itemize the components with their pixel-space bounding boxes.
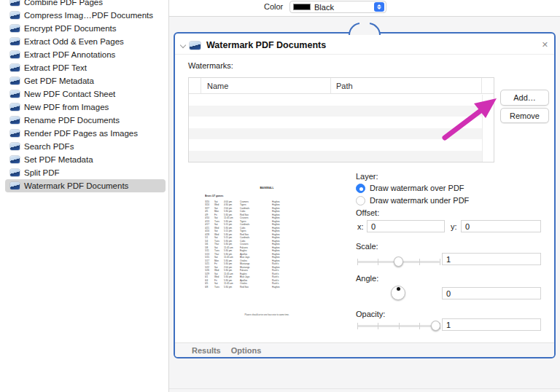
angle-label: Angle:: [356, 274, 378, 283]
sidebar-item-label: Rename PDF Documents: [24, 116, 120, 125]
action-header[interactable]: Watermark PDF Documents ✕: [175, 38, 554, 52]
preview-subtitle: Bears U7 games: [205, 195, 338, 197]
pdf-action-icon: [10, 51, 20, 58]
sidebar-item-watermark-pdf-documents[interactable]: Watermark PDF Documents: [5, 179, 166, 192]
sidebar-item-combine-pdf-pages[interactable]: Combine PDF Pages: [5, 0, 166, 9]
table-header-scroll: [482, 78, 494, 93]
sidebar-item-label: New PDF from Images: [24, 103, 109, 111]
pdf-action-icon: [10, 38, 20, 45]
table-header: Name Path: [189, 78, 494, 94]
table-row[interactable]: [189, 139, 494, 151]
radio-unselected-icon[interactable]: [356, 196, 365, 205]
sidebar-item-label: Set PDF Metadata: [24, 155, 93, 164]
angle-dial[interactable]: [391, 286, 405, 300]
sidebar-item-encrypt-pdf-documents[interactable]: Encrypt PDF Documents: [5, 22, 166, 35]
table-row[interactable]: [189, 94, 494, 106]
pdf-action-icon: [10, 25, 20, 32]
pdf-action-icon: [10, 156, 20, 163]
scale-label: Scale:: [356, 242, 378, 251]
chevron-down-icon[interactable]: [180, 42, 186, 48]
sidebar-item-extract-pdf-annotations[interactable]: Extract PDF Annotations: [5, 48, 166, 61]
sidebar-item-extract-odd-even-pages[interactable]: Extract Odd & Even Pages: [5, 35, 166, 48]
pdf-action-icon: [190, 42, 201, 50]
color-popup-button[interactable]: Black: [289, 1, 386, 13]
table-row[interactable]: [189, 106, 494, 117]
action-connector-notch: [349, 23, 381, 35]
results-toggle[interactable]: Results: [192, 346, 221, 355]
watermark-action-panel: Watermark PDF Documents ✕ Watermarks: Na…: [174, 32, 556, 358]
color-popup-value: Black: [314, 3, 374, 12]
sidebar-item-label: Render PDF Pages as Images: [24, 129, 138, 138]
offset-x-label: x:: [357, 222, 364, 231]
sidebar-item-new-pdf-contact-sheet[interactable]: New PDF Contact Sheet: [5, 87, 166, 101]
offset-x-field[interactable]: 0: [367, 220, 445, 232]
sidebar-item-extract-pdf-text[interactable]: Extract PDF Text: [5, 61, 166, 74]
table-header-path[interactable]: Path: [331, 78, 482, 93]
preview-footnote: Players should arrive one hour prior to …: [195, 313, 338, 315]
table-scrollbar-track[interactable]: [482, 95, 494, 162]
slider-knob[interactable]: [394, 256, 403, 267]
sidebar-item-label: Split PDF: [24, 168, 60, 177]
sidebar-item-rename-pdf-documents[interactable]: Rename PDF Documents: [5, 114, 166, 127]
options-toggle[interactable]: Options: [231, 346, 262, 355]
table-header-spacer: [189, 78, 201, 93]
header-separator: [175, 54, 554, 55]
sidebar-item-label: Extract PDF Text: [24, 63, 87, 72]
pdf-action-icon: [10, 64, 20, 71]
sidebar-item-label: Encrypt PDF Documents: [24, 24, 117, 33]
sidebar-item-label: Extract PDF Annotations: [24, 50, 115, 59]
pdf-action-icon: [10, 182, 20, 189]
workflow-canvas: Color Black Watermark PDF Documents ✕ Wa…: [169, 0, 560, 392]
sidebar-item-compress-imag-pdf-documents[interactable]: Compress Imag…PDF Documents: [5, 9, 166, 22]
offset-y-field[interactable]: 0: [461, 220, 541, 232]
opacity-label: Opacity:: [356, 310, 385, 318]
watermarks-label: Watermarks:: [188, 61, 233, 70]
radio-under-label: Draw watermark under PDF: [370, 196, 469, 205]
preview-row: 6/8Tues5:30 pmRed SoxHughes: [205, 285, 338, 289]
remove-button[interactable]: Remove: [500, 108, 549, 123]
preview-title: Baseball: [195, 186, 338, 189]
opacity-field[interactable]: 1: [442, 318, 541, 331]
pdf-action-icon: [10, 0, 20, 6]
sidebar-item-label: New PDF Contact Sheet: [24, 90, 115, 98]
scale-slider[interactable]: [357, 256, 440, 267]
divider-line: [169, 388, 560, 389]
sidebar-item-search-pdfs[interactable]: Search PDFs: [5, 140, 166, 153]
scale-field[interactable]: 1: [442, 253, 541, 265]
table-row[interactable]: [189, 117, 494, 128]
sidebar-item-get-pdf-metadata[interactable]: Get PDF Metadata: [5, 74, 166, 87]
offset-y-label: y:: [451, 222, 457, 231]
pdf-action-icon: [10, 117, 20, 124]
color-swatch: [293, 4, 311, 10]
table-header-name[interactable]: Name: [201, 78, 331, 93]
pdf-preview-thumbnail: Baseball Bears U7 games 3/20Sat4:00 pmCr…: [195, 178, 338, 341]
preview-schedule: 3/20Sat4:00 pmCramersHughes3/24Wed4:30 p…: [195, 200, 338, 289]
watermarks-table[interactable]: Name Path: [188, 77, 494, 162]
angle-dial-indicator: [397, 287, 400, 291]
pdf-action-icon: [10, 143, 20, 150]
radio-under-pdf[interactable]: Draw watermark under PDF: [356, 195, 469, 205]
sidebar-item-label: Get PDF Metadata: [24, 77, 94, 85]
layer-label: Layer:: [356, 172, 378, 181]
sidebar-item-label: Extract Odd & Even Pages: [24, 37, 124, 46]
radio-over-pdf[interactable]: Draw watermark over PDF: [356, 183, 464, 193]
pdf-action-icon: [10, 103, 20, 111]
opacity-slider[interactable]: [357, 320, 440, 332]
pdf-action-icon: [10, 169, 20, 176]
sidebar-item-split-pdf[interactable]: Split PDF: [5, 166, 166, 179]
table-row[interactable]: [189, 151, 494, 162]
pdf-action-icon: [10, 12, 20, 19]
action-title: Watermark PDF Documents: [206, 40, 326, 50]
sidebar-item-new-pdf-from-images[interactable]: New PDF from Images: [5, 101, 166, 114]
close-icon[interactable]: ✕: [542, 40, 548, 50]
radio-selected-icon[interactable]: [356, 184, 365, 193]
color-label: Color: [264, 2, 283, 11]
angle-field[interactable]: 0: [442, 287, 541, 299]
actions-sidebar: Combine PDF PagesCompress Imag…PDF Docum…: [0, 0, 168, 392]
table-row[interactable]: [189, 128, 494, 140]
action-footer: Results Options: [175, 342, 554, 357]
previous-action-bottom: Color Black: [169, 0, 560, 16]
add-button[interactable]: Add…: [500, 90, 549, 106]
sidebar-item-set-pdf-metadata[interactable]: Set PDF Metadata: [5, 153, 166, 166]
sidebar-item-render-pdf-pages-as-images[interactable]: Render PDF Pages as Images: [5, 127, 166, 140]
